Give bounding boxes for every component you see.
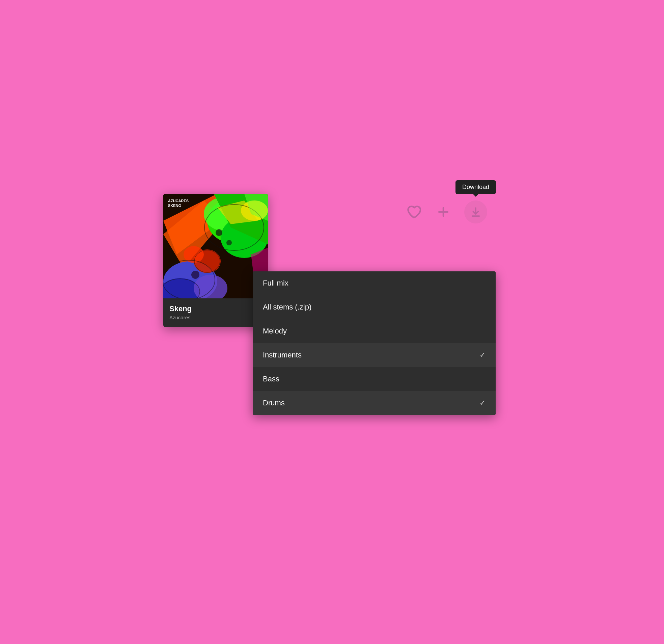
album-art: AZUCARES SKENG (163, 194, 268, 298)
dropdown-item-bass[interactable]: Bass (253, 367, 496, 391)
drums-check-icon: ✓ (479, 399, 485, 407)
plus-icon (436, 204, 451, 219)
dropdown-item-drums[interactable]: Drums ✓ (253, 391, 496, 415)
svg-point-20 (191, 271, 200, 279)
download-tooltip: Download (456, 180, 496, 194)
track-artist: Azucares (169, 315, 262, 320)
add-button[interactable] (435, 203, 452, 221)
like-button[interactable] (405, 203, 422, 221)
dropdown-item-instruments[interactable]: Instruments ✓ (253, 343, 496, 367)
instruments-check-icon: ✓ (479, 351, 485, 360)
track-title: Skeng (169, 304, 262, 313)
track-card: AZUCARES SKENG Skeng Azucares (163, 194, 268, 327)
heart-icon (406, 204, 421, 219)
dropdown-item-all-stems[interactable]: All stems (.zip) (253, 295, 496, 319)
svg-point-18 (215, 229, 222, 236)
svg-point-19 (226, 240, 232, 245)
download-dropdown: Full mix All stems (.zip) Melody Instrum… (253, 271, 496, 415)
action-icons-row: Download (405, 201, 487, 223)
dropdown-item-full-mix[interactable]: Full mix (253, 271, 496, 295)
download-button[interactable] (464, 201, 487, 223)
download-icon (470, 206, 482, 218)
dropdown-item-melody[interactable]: Melody (253, 319, 496, 343)
album-label: AZUCARES SKENG (168, 199, 189, 208)
download-button-container: Download (464, 201, 487, 223)
